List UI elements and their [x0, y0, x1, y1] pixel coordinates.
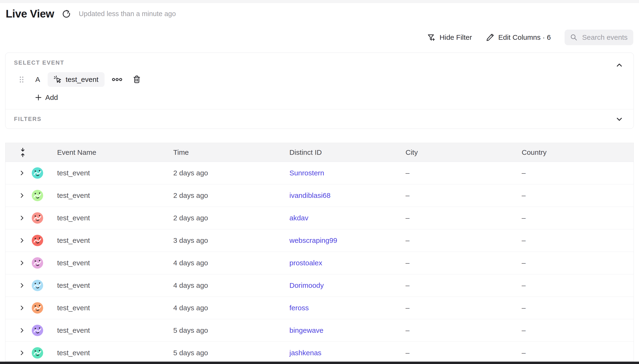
country-cell: –: [522, 282, 633, 290]
chevron-right-icon: [19, 282, 25, 288]
country-cell: –: [522, 214, 633, 222]
chevron-right-icon: [19, 328, 25, 333]
expand-filters-button[interactable]: [615, 116, 623, 123]
city-cell: –: [405, 169, 522, 177]
country-cell: –: [522, 349, 633, 357]
column-header-city[interactable]: City: [405, 148, 522, 156]
search-icon: [570, 33, 578, 42]
expand-row-button[interactable]: [19, 260, 25, 266]
expand-row-button[interactable]: [19, 282, 25, 288]
page-header: Live View Updated less than a minute ago: [6, 6, 176, 21]
query-builder-card: SELECT EVENT A: [5, 52, 634, 129]
country-cell: –: [522, 169, 633, 177]
collapse-all-button[interactable]: [19, 148, 26, 158]
expand-row-button[interactable]: [19, 193, 25, 198]
city-cell: –: [405, 304, 522, 312]
distinct-id-link[interactable]: prostoalex: [289, 259, 322, 267]
select-event-section: SELECT EVENT A: [6, 53, 633, 109]
chevron-right-icon: [19, 170, 25, 176]
event-name-cell: test_event: [57, 236, 173, 244]
chevron-right-icon: [19, 193, 25, 198]
distinct-id-link[interactable]: jashkenas: [289, 349, 321, 357]
table-row[interactable]: test_event 3 days ago webscraping99 – –: [6, 229, 633, 252]
distinct-id-link[interactable]: bingewave: [289, 326, 323, 334]
table-row[interactable]: test_event 4 days ago prostoalex – –: [6, 252, 633, 274]
column-header-event[interactable]: Event Name: [57, 148, 173, 156]
column-header-distinct[interactable]: Distinct ID: [289, 148, 405, 156]
country-cell: –: [522, 304, 633, 312]
expand-row-button[interactable]: [19, 328, 25, 333]
distinct-id-link[interactable]: akdav: [289, 214, 308, 222]
table-row[interactable]: test_event 4 days ago Dorimoody – –: [6, 274, 633, 297]
refresh-icon: [62, 9, 71, 18]
distinct-id-link[interactable]: feross: [289, 304, 309, 312]
user-avatar: [32, 235, 43, 246]
toolbar: Hide Filter Edit Columns · 6: [427, 29, 633, 46]
distinct-id-link[interactable]: Dorimoody: [289, 282, 324, 289]
chevron-right-icon: [19, 260, 25, 266]
table-row[interactable]: test_event 5 days ago jashkenas – –: [6, 342, 633, 362]
user-avatar: [32, 302, 43, 314]
event-name-cell: test_event: [57, 304, 173, 312]
hide-filter-label: Hide Filter: [440, 33, 472, 42]
country-cell: –: [522, 192, 633, 200]
filters-section[interactable]: FILTERS: [6, 109, 633, 128]
city-cell: –: [405, 236, 522, 244]
edit-columns-button[interactable]: Edit Columns · 6: [486, 33, 551, 42]
event-more-options-button[interactable]: [112, 76, 123, 83]
event-name-cell: test_event: [57, 326, 173, 334]
table-row[interactable]: test_event 2 days ago akdav – –: [6, 207, 633, 229]
distinct-id-link[interactable]: webscraping99: [289, 236, 337, 244]
collapse-vertical-icon: [19, 148, 26, 158]
event-name-cell: test_event: [57, 259, 173, 267]
distinct-id-link[interactable]: ivandiblasi68: [289, 192, 330, 199]
refresh-button[interactable]: [61, 8, 72, 19]
expand-row-button[interactable]: [19, 238, 25, 243]
ellipsis-icon: [112, 76, 123, 83]
events-table: Event Name Time Distinct ID City Country: [5, 143, 634, 362]
event-time-cell: 4 days ago: [173, 259, 289, 267]
distinct-id-link[interactable]: Sunrostern: [289, 169, 324, 177]
city-cell: –: [405, 282, 522, 290]
event-name-cell: test_event: [57, 282, 173, 290]
filter-plus-icon: [427, 33, 436, 42]
search-events-input[interactable]: [582, 33, 628, 42]
table-row[interactable]: test_event 2 days ago ivandiblasi68 – –: [6, 184, 633, 207]
collapse-section-button[interactable]: [615, 61, 623, 69]
event-name-cell: test_event: [57, 192, 173, 200]
country-cell: –: [522, 326, 633, 334]
drag-handle-icon[interactable]: [19, 75, 25, 84]
add-event-button[interactable]: Add: [35, 94, 58, 102]
table-body: test_event 2 days ago Sunrostern – –: [6, 162, 633, 362]
event-name-cell: test_event: [57, 214, 173, 222]
column-header-country[interactable]: Country: [522, 148, 633, 156]
search-events-box[interactable]: [565, 30, 633, 45]
expand-row-button[interactable]: [19, 350, 25, 356]
city-cell: –: [405, 259, 522, 267]
expand-row-button[interactable]: [19, 170, 25, 176]
table-header-row: Event Name Time Distinct ID City Country: [6, 143, 633, 162]
user-avatar: [32, 325, 43, 336]
add-label: Add: [45, 94, 58, 102]
expand-row-button[interactable]: [19, 305, 25, 311]
table-row[interactable]: test_event 4 days ago feross – –: [6, 297, 633, 319]
table-row[interactable]: test_event 2 days ago Sunrostern – –: [6, 162, 633, 184]
edit-columns-label: Edit Columns · 6: [498, 33, 551, 42]
city-cell: –: [405, 349, 522, 357]
hide-filter-button[interactable]: Hide Filter: [427, 33, 472, 42]
expand-row-button[interactable]: [19, 215, 25, 221]
series-letter: A: [35, 76, 41, 84]
user-avatar: [32, 347, 43, 358]
cursor-click-icon: [54, 76, 62, 84]
city-cell: –: [405, 214, 522, 222]
chevron-right-icon: [19, 215, 25, 221]
user-avatar: [32, 257, 43, 268]
country-cell: –: [522, 236, 633, 244]
user-avatar: [32, 190, 43, 201]
table-row[interactable]: test_event 5 days ago bingewave – –: [6, 319, 633, 342]
selected-event-button[interactable]: test_event: [48, 72, 105, 87]
delete-event-button[interactable]: [132, 75, 141, 84]
trash-icon: [132, 75, 141, 84]
column-header-time[interactable]: Time: [173, 148, 289, 156]
bottom-scrollbar[interactable]: [0, 362, 639, 364]
